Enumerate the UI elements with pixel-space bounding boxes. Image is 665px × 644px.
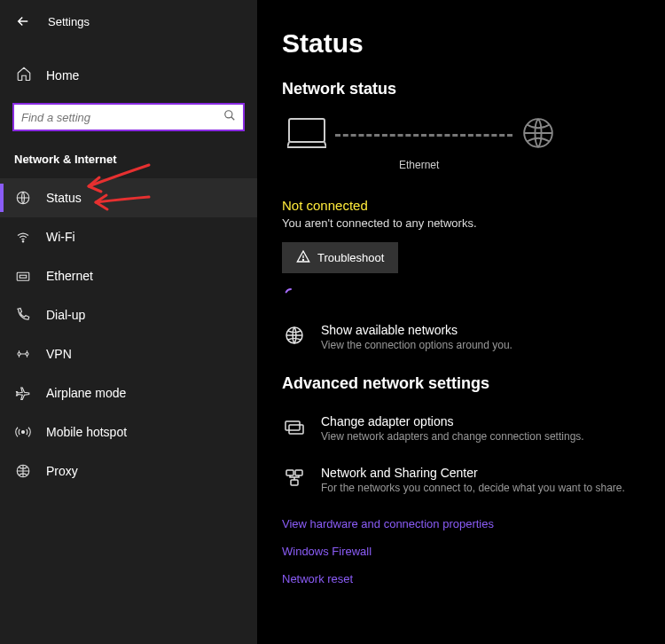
change-adapter-options[interactable]: Change adapter options View network adap… <box>282 414 644 443</box>
sidebar-item-hotspot[interactable]: Mobile hotspot <box>0 412 257 452</box>
computer-icon <box>287 117 326 153</box>
diagram-label: Ethernet <box>399 159 644 171</box>
sidebar-item-ethernet[interactable]: Ethernet <box>0 256 257 295</box>
search-icon <box>223 109 236 125</box>
svg-rect-9 <box>289 119 325 142</box>
svg-rect-16 <box>295 470 302 475</box>
hotspot-icon <box>14 423 32 441</box>
search-box[interactable] <box>12 103 245 131</box>
sidebar-item-label: Proxy <box>46 464 78 478</box>
svg-point-6 <box>26 353 28 356</box>
sidebar-item-label: Mobile hotspot <box>46 425 127 439</box>
loading-spinner <box>284 287 644 305</box>
network-diagram <box>287 116 644 153</box>
sharing-icon <box>282 466 307 494</box>
phone-icon <box>14 306 32 324</box>
adapter-icon <box>282 414 307 443</box>
warning-icon <box>296 249 310 266</box>
sidebar-item-label: Dial-up <box>46 308 85 322</box>
globe-icon <box>282 323 307 351</box>
sidebar-item-status[interactable]: Status <box>0 178 257 217</box>
back-button[interactable] <box>14 12 32 30</box>
home-label: Home <box>46 68 79 82</box>
proxy-icon <box>14 462 32 480</box>
sidebar-item-proxy[interactable]: Proxy <box>0 452 257 491</box>
svg-point-0 <box>225 111 232 118</box>
svg-rect-13 <box>286 421 300 430</box>
action-desc: For the networks you connect to, decide … <box>321 482 625 494</box>
home-button[interactable]: Home <box>0 57 257 94</box>
troubleshoot-label: Troubleshoot <box>317 251 384 264</box>
sidebar-item-label: Wi-Fi <box>46 230 75 244</box>
network-sharing-center[interactable]: Network and Sharing Center For the netwo… <box>282 466 644 494</box>
sidebar-item-dialup[interactable]: Dial-up <box>0 295 257 334</box>
action-desc: View the connection options around you. <box>321 339 512 351</box>
connection-line <box>335 134 512 137</box>
globe-icon <box>521 116 555 153</box>
sidebar-item-airplane[interactable]: Airplane mode <box>0 373 257 412</box>
action-title: Change adapter options <box>321 414 584 428</box>
arrow-left-icon <box>15 13 31 29</box>
svg-rect-3 <box>17 272 29 280</box>
action-title: Network and Sharing Center <box>321 466 625 480</box>
status-warning: Not connected <box>282 198 644 213</box>
svg-point-5 <box>18 353 20 356</box>
search-input[interactable] <box>21 111 223 124</box>
advanced-heading: Advanced network settings <box>282 374 644 393</box>
ethernet-icon <box>14 267 32 285</box>
home-icon <box>16 66 32 85</box>
airplane-icon <box>14 384 32 402</box>
sidebar-item-label: Status <box>46 191 82 205</box>
globe-icon <box>14 189 32 207</box>
troubleshoot-button[interactable]: Troubleshoot <box>282 242 398 273</box>
page-title: Status <box>282 28 644 59</box>
svg-rect-17 <box>291 480 298 485</box>
link-windows-firewall[interactable]: Windows Firewall <box>282 545 644 558</box>
main-content: Status Network status Ethernet Not conne… <box>257 0 665 644</box>
sidebar-item-label: VPN <box>46 347 72 361</box>
svg-rect-4 <box>20 275 27 278</box>
sidebar-item-vpn[interactable]: VPN <box>0 334 257 373</box>
svg-point-11 <box>302 259 303 260</box>
svg-rect-15 <box>286 470 293 475</box>
section-title: Network & Internet <box>0 147 257 178</box>
svg-rect-14 <box>289 425 303 434</box>
wifi-icon <box>14 228 32 246</box>
svg-point-2 <box>22 241 24 243</box>
header: Settings <box>0 12 257 30</box>
sidebar-item-label: Airplane mode <box>46 386 126 400</box>
sidebar: Settings Home Network & Internet Status <box>0 0 257 644</box>
network-status-heading: Network status <box>282 80 644 98</box>
action-title: Show available networks <box>321 323 512 337</box>
app-title: Settings <box>48 15 90 28</box>
link-network-reset[interactable]: Network reset <box>282 572 644 585</box>
vpn-icon <box>14 345 32 363</box>
svg-point-7 <box>22 431 25 434</box>
action-desc: View network adapters and change connect… <box>321 430 584 443</box>
status-description: You aren't connected to any networks. <box>282 216 644 230</box>
sidebar-item-label: Ethernet <box>46 269 93 283</box>
show-available-networks[interactable]: Show available networks View the connect… <box>282 323 644 351</box>
sidebar-item-wifi[interactable]: Wi-Fi <box>0 217 257 256</box>
link-hardware-properties[interactable]: View hardware and connection properties <box>282 517 644 530</box>
